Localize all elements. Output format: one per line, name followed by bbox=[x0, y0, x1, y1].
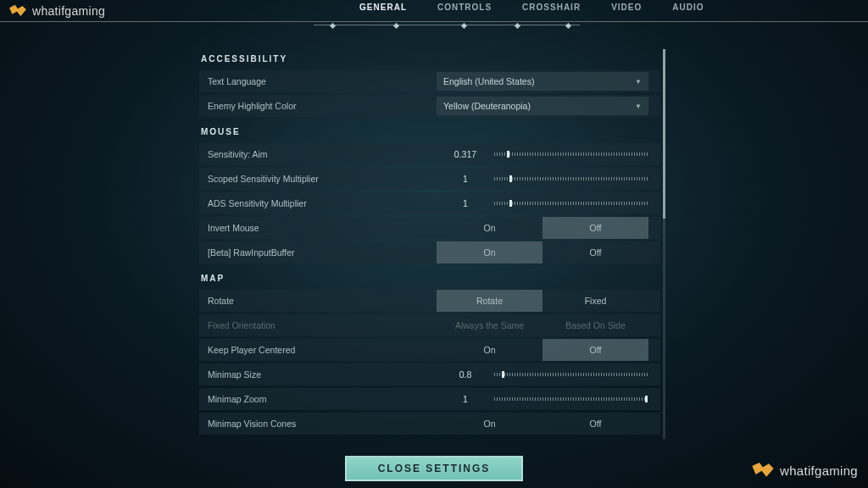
label-minimap-size: Minimap Size bbox=[199, 369, 437, 380]
tab-controls[interactable]: CONTROLS bbox=[437, 3, 492, 19]
dropdown-text-language[interactable]: English (United States) ▼ bbox=[437, 72, 648, 91]
label-text-language: Text Language bbox=[199, 76, 437, 86]
slider-scoped-mult[interactable] bbox=[494, 177, 648, 180]
label-ads-mult: ADS Sensitivity Multiplier bbox=[199, 198, 437, 208]
tab-crosshair[interactable]: CROSSHAIR bbox=[522, 3, 581, 19]
label-rotate: Rotate bbox=[199, 296, 437, 306]
section-accessibility: ACCESSIBILITY bbox=[201, 54, 660, 64]
brand-icon bbox=[8, 3, 27, 19]
value-scoped-mult[interactable]: 1 bbox=[437, 174, 494, 184]
tab-indicator-line bbox=[314, 22, 580, 29]
brand-icon bbox=[751, 461, 775, 480]
tab-video[interactable]: VIDEO bbox=[611, 3, 642, 19]
toggle-invert-mouse[interactable]: On Off bbox=[437, 217, 648, 239]
slider-sensitivity-aim[interactable] bbox=[494, 152, 648, 156]
chevron-down-icon: ▼ bbox=[635, 78, 642, 86]
close-settings-button[interactable]: CLOSE SETTINGS bbox=[345, 456, 523, 481]
scrollbar-thumb[interactable] bbox=[663, 49, 665, 219]
settings-tabs: GENERAL CONTROLS CROSSHAIR VIDEO AUDIO bbox=[359, 3, 704, 19]
tab-general[interactable]: GENERAL bbox=[359, 3, 407, 19]
brand-text: whatifgaming bbox=[32, 4, 105, 18]
value-sensitivity-aim[interactable]: 0.317 bbox=[437, 149, 494, 159]
slider-minimap-zoom[interactable] bbox=[494, 397, 648, 401]
label-scoped-mult: Scoped Sensitivity Multiplier bbox=[199, 174, 437, 184]
label-invert-mouse: Invert Mouse bbox=[199, 223, 437, 233]
label-vision-cones: Minimap Vision Cones bbox=[199, 419, 437, 429]
tab-audio[interactable]: AUDIO bbox=[672, 3, 704, 19]
value-minimap-size[interactable]: 0.8 bbox=[437, 369, 494, 380]
watermark-text: whatifgaming bbox=[780, 463, 858, 478]
slider-ads-mult[interactable] bbox=[494, 202, 648, 205]
label-fixed-orientation: Fixed Orientation bbox=[199, 320, 437, 330]
section-map: MAP bbox=[201, 274, 660, 283]
dropdown-enemy-highlight[interactable]: Yellow (Deuteranopia) ▼ bbox=[437, 97, 648, 115]
toggle-keep-centered[interactable]: On Off bbox=[437, 339, 648, 361]
label-keep-centered: Keep Player Centered bbox=[199, 345, 437, 355]
value-ads-mult[interactable]: 1 bbox=[437, 198, 494, 208]
toggle-raw-input[interactable]: On Off bbox=[437, 241, 648, 263]
brand-logo: whatifgaming bbox=[8, 3, 105, 19]
scrollbar[interactable] bbox=[663, 49, 665, 439]
value-minimap-zoom[interactable]: 1 bbox=[437, 394, 494, 404]
chevron-down-icon: ▼ bbox=[635, 103, 642, 110]
section-mouse: MOUSE bbox=[201, 127, 660, 136]
toggle-fixed-orientation: Always the Same Based On Side bbox=[437, 314, 648, 336]
watermark: whatifgaming bbox=[751, 461, 858, 480]
label-raw-input: [Beta] RawInputBuffer bbox=[199, 247, 437, 258]
settings-panel: ACCESSIBILITY Text Language English (Uni… bbox=[199, 49, 660, 439]
label-minimap-zoom: Minimap Zoom bbox=[199, 394, 437, 404]
label-sensitivity-aim: Sensitivity: Aim bbox=[199, 149, 437, 159]
toggle-vision-cones[interactable]: On Off bbox=[437, 413, 648, 435]
label-enemy-highlight: Enemy Highlight Color bbox=[199, 101, 437, 111]
slider-minimap-size[interactable] bbox=[494, 373, 648, 376]
toggle-rotate[interactable]: Rotate Fixed bbox=[437, 290, 648, 312]
